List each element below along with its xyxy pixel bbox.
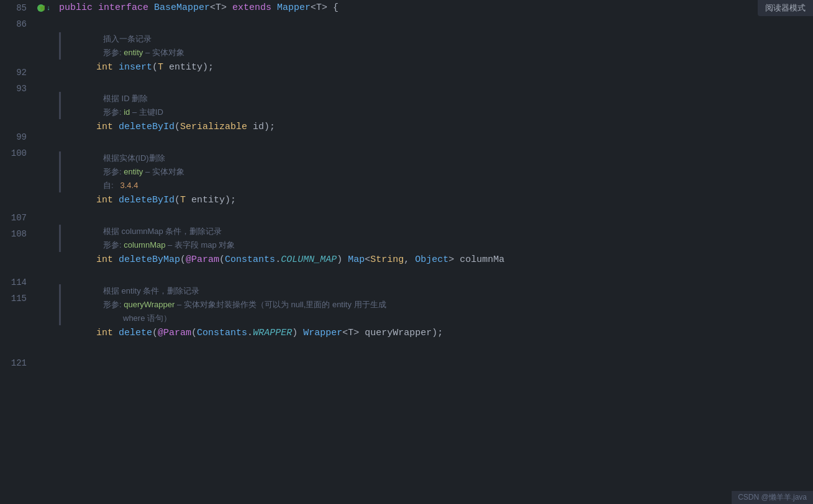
code-line-85: public interface BaseMapper <T> extends …: [59, 0, 813, 16]
comment-text-delmap2: 形参: columnMap – 表字段 map 对象: [103, 237, 235, 253]
comment-deleteid-2: 形参: id – 主键ID: [59, 106, 813, 119]
string-type: String: [370, 252, 404, 268]
gutter-row-c3: [34, 97, 53, 113]
code-line-108: [59, 209, 813, 225]
gutter-row-86: [34, 16, 53, 32]
gutter: 🌿 ↓: [34, 0, 53, 504]
param-serializable: Serializable: [180, 119, 247, 135]
comment-deleteentity-2: 形参: entity – 实体对象: [59, 165, 813, 179]
paren-close-121: ): [292, 325, 303, 341]
param-entity-107: entity);: [186, 192, 236, 209]
method-deletebymap: deleteByMap: [119, 252, 180, 268]
classname-basemapper: BaseMapper: [154, 0, 210, 16]
gutter-row-c7: [34, 194, 53, 210]
method-delete-121: delete: [119, 325, 152, 341]
gutter-row-c6: [34, 178, 53, 194]
line-num-comment11: [0, 323, 27, 339]
line-num-comment6: [0, 178, 27, 194]
method-deletebyid-107: deleteById: [119, 192, 175, 209]
comment-deletebymap-2: 形参: columnMap – 表字段 map 对象: [59, 238, 813, 252]
keyword-interface: interface: [98, 0, 154, 16]
comment-text-delent3: 自: 3.4.4: [103, 178, 138, 194]
line-num-comment12: [0, 339, 27, 355]
code-line-86: [59, 16, 813, 32]
gutter-row-c1: [34, 32, 53, 48]
comment-deleteid-1: 根据 ID 删除: [59, 92, 813, 106]
space-92: [113, 60, 119, 76]
gutter-row-99: [34, 129, 53, 145]
space-99: [113, 119, 119, 135]
method-insert: insert: [119, 60, 152, 76]
keyword-int-92: int: [96, 60, 113, 76]
line-num-114: 114: [0, 274, 27, 290]
columnma-suffix: > columnMa: [448, 252, 504, 268]
comma-114: ,: [404, 252, 415, 268]
gutter-row-c9: [34, 258, 53, 274]
keyword-int-107: int: [96, 192, 113, 209]
keyword-int-114: int: [96, 252, 113, 268]
comment-text-insert2: 形参: entity – 实体对象: [103, 45, 184, 61]
line-num-115: 115: [0, 290, 27, 307]
column-map-const: COLUMN_MAP: [281, 252, 337, 268]
line-numbers: 85 86 92 93 99 100 107 108 114 115 121: [0, 0, 34, 504]
generic-t: <T>: [210, 0, 232, 16]
comment-deletebymap-1: 根据 columnMap 条件，删除记录: [59, 225, 813, 238]
gutter-row-c4: [34, 113, 53, 129]
gutter-row-85: 🌿 ↓: [34, 0, 53, 16]
wrapper-const: WRAPPER: [253, 325, 292, 341]
paren-107: (: [175, 192, 180, 209]
comment-insert-1: 插入一条记录: [59, 32, 813, 46]
code-line-107: int deleteById ( T entity);: [59, 192, 813, 209]
annotation-param-114: @Param: [186, 252, 219, 268]
bottom-label: CSDN @懒羊羊.java: [732, 491, 813, 504]
code-line-115: [59, 268, 813, 284]
code-line-114: int deleteByMap ( @Param ( Constants . C…: [59, 252, 813, 268]
dot-121: .: [247, 325, 253, 341]
comment-insert-2: 形参: entity – 实体对象: [59, 46, 813, 60]
line-num-comment8: [0, 242, 27, 258]
param-t-107: T: [180, 192, 186, 209]
paren-open-92: (: [152, 60, 158, 76]
line-num-108: 108: [0, 226, 27, 242]
map-generic-open: <: [365, 252, 370, 268]
arrow-down-icon: ↓: [47, 4, 51, 12]
gutter-row-c5: [34, 161, 53, 178]
comment-delete-3: where 语句）: [59, 312, 813, 325]
line-num-comment5: [0, 161, 27, 178]
keyword-public: public: [59, 0, 98, 16]
paren-99: (: [175, 119, 180, 135]
gutter-row-114: [34, 274, 53, 290]
method-deletebyid-99: deleteById: [119, 119, 175, 135]
gutter-row-c2: [34, 48, 53, 65]
constants-class-114: Constants: [225, 252, 275, 268]
map-class: Map: [348, 252, 365, 268]
comment-deleteentity-3: 自: 3.4.4: [59, 179, 813, 192]
keyword-extends: extends: [232, 0, 277, 16]
line-num-comment10: [0, 307, 27, 323]
editor-container: 阅读器模式 85 86 92 93 99 100 107 108 114 115…: [0, 0, 813, 504]
code-line-93: [59, 76, 813, 92]
leaf-svg-icon: 🌿: [37, 4, 45, 12]
space-114: [113, 252, 119, 268]
param-id-99: id);: [247, 119, 275, 135]
paren-121: (: [152, 325, 158, 341]
line-num-85: 85: [0, 0, 27, 16]
code-line-92: int insert ( T entity);: [59, 60, 813, 76]
space-107: [113, 192, 119, 209]
gutter-row-115: [34, 290, 53, 307]
leaf-icon: 🌿 ↓: [37, 4, 51, 12]
param-entity-92: entity);: [163, 60, 214, 76]
wrapper-suffix: <T> queryWrapper);: [342, 325, 443, 341]
paren-anno-114: (: [219, 252, 225, 268]
mapper-generic: <T> {: [311, 0, 338, 16]
line-num-121: 121: [0, 355, 27, 371]
paren-anno-121: (: [191, 325, 197, 341]
code-line-100: [59, 135, 813, 151]
line-num-comment3: [0, 97, 27, 113]
code-line-99: int deleteById ( Serializable id);: [59, 119, 813, 135]
gutter-row-92: [34, 65, 53, 81]
gutter-row-100: [34, 145, 53, 161]
dot-114: .: [275, 252, 281, 268]
reader-mode-label[interactable]: 阅读器模式: [758, 0, 813, 16]
comment-delete-1: 根据 entity 条件，删除记录: [59, 284, 813, 298]
